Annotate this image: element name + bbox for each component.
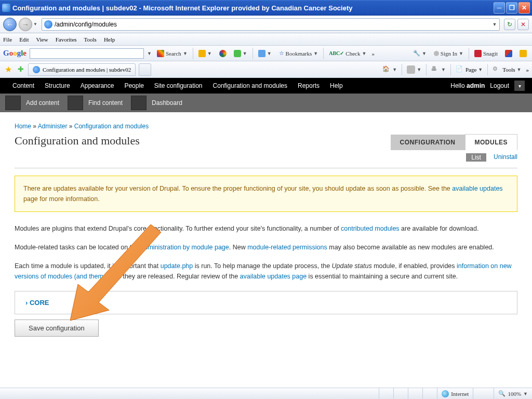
- zoom-icon: 🔍: [498, 390, 506, 397]
- browser-status-bar: Internet 🔍100% ▼: [0, 388, 532, 399]
- menu-file[interactable]: File: [3, 36, 12, 43]
- available-updates-page-link[interactable]: available updates page: [240, 273, 307, 280]
- stop-button[interactable]: ✕: [517, 19, 529, 30]
- toolbar-cards-icon[interactable]: ▼: [196, 49, 214, 58]
- window-maximize-button[interactable]: ❐: [506, 2, 517, 14]
- help-para-2: Module-related tasks can be located on t…: [15, 242, 517, 252]
- drupal-admin-toolbar: Content Structure Appearance People Site…: [0, 78, 532, 94]
- contributed-modules-link[interactable]: contributed modules: [341, 225, 400, 232]
- address-input[interactable]: [55, 21, 490, 28]
- drupal-shortcut-bar: Add content Find content Dashboard: [0, 94, 532, 112]
- google-search-input[interactable]: [30, 48, 144, 59]
- warning-message: There are updates available for your ver…: [15, 176, 517, 212]
- favorites-star-icon[interactable]: ★: [3, 64, 14, 75]
- admin-menu-help[interactable]: Help: [325, 82, 348, 89]
- page-menu[interactable]: 📄Page▼: [454, 64, 484, 75]
- toolbar-swirl-icon[interactable]: [217, 49, 229, 58]
- site-icon: [44, 20, 52, 29]
- breadcrumb-admin[interactable]: Administer: [38, 123, 68, 130]
- update-php-link[interactable]: update.php: [161, 262, 193, 270]
- google-search-button[interactable]: Search▼: [155, 49, 190, 58]
- browser-menubar: File Edit View Favorites Tools Help: [0, 33, 532, 46]
- menu-view[interactable]: View: [36, 36, 48, 43]
- page-content: Home » Administer » Configuration and mo…: [0, 112, 532, 347]
- breadcrumb-current[interactable]: Configuration and modules: [74, 123, 149, 130]
- admin-logout-link[interactable]: Logout: [490, 82, 509, 89]
- subtab-list[interactable]: List: [466, 153, 486, 162]
- forward-button[interactable]: →: [19, 18, 32, 31]
- menu-edit[interactable]: Edit: [19, 36, 29, 43]
- menu-tools[interactable]: Tools: [84, 36, 97, 43]
- window-titlebar: Configuration and modules | subdev02 - M…: [0, 0, 532, 16]
- admin-hello: Hello admin: [450, 82, 485, 89]
- address-dropdown-icon[interactable]: ▼: [490, 22, 499, 27]
- add-favorite-icon[interactable]: ✚: [16, 64, 26, 75]
- tab-configuration[interactable]: CONFIGURATION: [391, 135, 465, 150]
- available-updates-link[interactable]: available updates: [452, 185, 502, 192]
- back-button[interactable]: ←: [3, 18, 17, 31]
- save-configuration-button[interactable]: Save configuration: [15, 320, 99, 337]
- signin-button[interactable]: Sign In▼: [432, 49, 466, 58]
- fieldset-core-legend[interactable]: CORE: [15, 291, 517, 314]
- help-para-3: Each time a module is updated, it is imp…: [15, 261, 517, 282]
- admin-menu-people[interactable]: People: [119, 82, 149, 89]
- module-permissions-link[interactable]: module-related permissions: [247, 244, 327, 251]
- window-close-button[interactable]: ✕: [518, 2, 530, 14]
- toolbar-plus-icon[interactable]: ▼: [232, 49, 249, 58]
- shortcut-dashboard[interactable]: Dashboard: [131, 96, 182, 110]
- fieldset-core[interactable]: CORE: [15, 291, 517, 314]
- bookmarks-button[interactable]: ☆Bookmarks▼: [277, 49, 321, 58]
- admin-menu-structure[interactable]: Structure: [39, 82, 75, 89]
- admin-menu-appearance[interactable]: Appearance: [75, 82, 119, 89]
- menu-help[interactable]: Help: [104, 36, 115, 43]
- google-logo[interactable]: Google: [3, 49, 26, 58]
- breadcrumb-home[interactable]: Home: [15, 123, 31, 130]
- ie-icon: [2, 4, 10, 12]
- refresh-button[interactable]: ↻: [504, 19, 515, 30]
- new-tab-button[interactable]: [139, 63, 151, 76]
- zoom-control[interactable]: 🔍100% ▼: [494, 388, 532, 399]
- tab-favicon: [33, 66, 40, 73]
- page-title: Configuration and modules: [15, 134, 391, 148]
- internet-zone-icon: [442, 390, 449, 397]
- browser-navbar: ← → ▼ ▼ ↻ ✕: [0, 16, 532, 33]
- toolbar-folder-icon[interactable]: [517, 49, 529, 58]
- admin-collapse-icon[interactable]: ▾: [514, 81, 525, 91]
- toolbar-more-icon[interactable]: »: [371, 50, 375, 57]
- search-dropdown-icon[interactable]: ▼: [147, 51, 152, 56]
- google-toolbar: Google ▼ Search▼ ▼ ▼ ▼ ☆Bookmarks▼ ABC✓C…: [0, 46, 532, 61]
- tab-modules[interactable]: MODULES: [465, 134, 518, 150]
- shortcut-find-content[interactable]: Find content: [68, 96, 123, 110]
- shortcut-add-content[interactable]: Add content: [5, 96, 59, 110]
- help-para-1: Modules are plugins that extend Drupal's…: [15, 223, 517, 234]
- breadcrumb: Home » Administer » Configuration and mo…: [15, 123, 517, 130]
- feeds-button[interactable]: ▼: [405, 64, 423, 75]
- recent-dropdown-icon[interactable]: ▼: [33, 22, 37, 26]
- admin-menu-site-config[interactable]: Site configuration: [149, 82, 208, 89]
- admin-by-module-link[interactable]: administration by module page: [141, 244, 229, 251]
- menu-favorites[interactable]: Favorites: [56, 36, 77, 43]
- print-button[interactable]: 🖶▼: [430, 64, 447, 75]
- browser-tab-active[interactable]: Configuration and modules | subdev02: [28, 63, 136, 76]
- toolbar-windows-icon[interactable]: [503, 49, 514, 58]
- spellcheck-button[interactable]: ABC✓Check▼: [327, 49, 368, 58]
- commandbar-more-icon[interactable]: »: [526, 66, 529, 73]
- admin-menu-config-modules[interactable]: Configuration and modules: [208, 82, 292, 89]
- primary-tabs: CONFIGURATION MODULES: [391, 134, 517, 150]
- snagit-button[interactable]: Snagit: [472, 49, 500, 58]
- security-zone[interactable]: Internet: [437, 388, 473, 399]
- tab-label: Configuration and modules | subdev02: [43, 66, 131, 73]
- toolbar-share-icon[interactable]: ▼: [256, 49, 274, 58]
- address-bar[interactable]: ▼: [42, 18, 500, 31]
- window-minimize-button[interactable]: ─: [494, 2, 505, 14]
- admin-menu-content[interactable]: Content: [7, 82, 39, 89]
- tools-menu[interactable]: ⚙Tools▼: [491, 64, 523, 75]
- home-button[interactable]: 🏠▼: [381, 64, 398, 75]
- admin-menu-reports[interactable]: Reports: [292, 82, 325, 89]
- settings-wrench-icon[interactable]: 🔧▼: [411, 49, 429, 58]
- window-title: Configuration and modules | subdev02 - M…: [12, 4, 494, 12]
- browser-tabbar: ★ ✚ Configuration and modules | subdev02…: [0, 61, 532, 78]
- subtab-uninstall[interactable]: Uninstall: [494, 153, 517, 162]
- secondary-tabs: List Uninstall: [15, 153, 517, 162]
